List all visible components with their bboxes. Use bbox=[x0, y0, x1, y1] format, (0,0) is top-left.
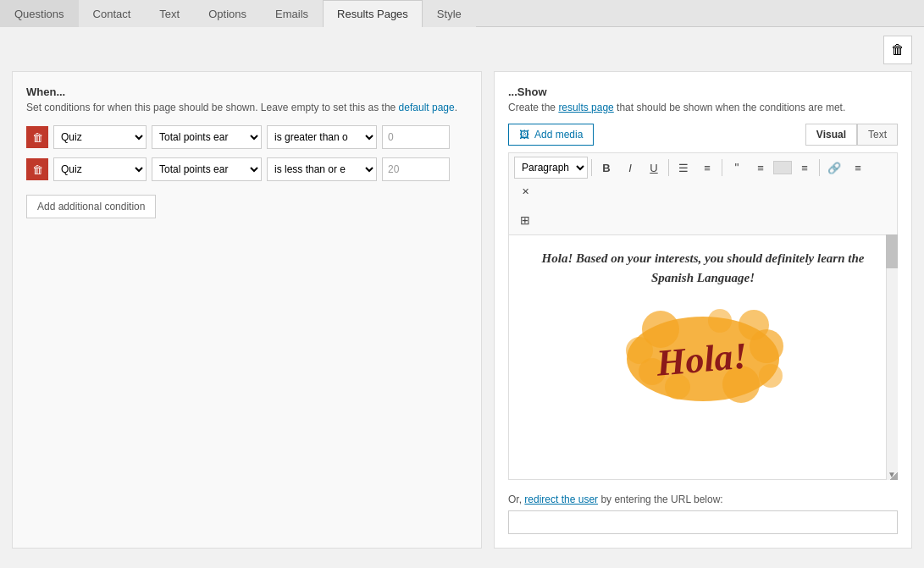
delete-page-button[interactable]: 🗑 bbox=[883, 36, 912, 64]
tab-questions[interactable]: Questions bbox=[0, 0, 79, 27]
results-page-link[interactable]: results page bbox=[558, 102, 613, 113]
default-page-link[interactable]: default page bbox=[399, 102, 455, 113]
ordered-list-button[interactable]: ≡ bbox=[696, 157, 718, 179]
redirect-link[interactable]: redirect the user bbox=[524, 494, 598, 505]
condition-row-2: 🗑 Quiz Total points ear is greater than … bbox=[26, 157, 468, 181]
tab-contact[interactable]: Contact bbox=[79, 0, 146, 27]
when-panel: When... Set conditions for when this pag… bbox=[12, 71, 482, 549]
svg-point-8 bbox=[626, 337, 653, 364]
editor-area[interactable]: Hola! Based on your interests, you shoul… bbox=[508, 234, 898, 480]
fullscreen-button[interactable]: ✕ bbox=[514, 180, 536, 202]
svg-point-7 bbox=[708, 309, 732, 333]
condition-2-value-input[interactable] bbox=[382, 157, 450, 181]
redirect-label: Or, redirect the user by entering the UR… bbox=[508, 494, 898, 505]
condition-2-field-select[interactable]: Total points ear bbox=[152, 157, 262, 181]
add-media-button[interactable]: 🖼 Add media bbox=[508, 124, 594, 146]
color-picker[interactable] bbox=[773, 161, 792, 174]
delete-icon-2: 🗑 bbox=[32, 163, 43, 176]
media-visual-row: 🖼 Add media Visual Text bbox=[508, 124, 898, 146]
scrollbar-thumb[interactable] bbox=[886, 234, 898, 268]
editor-bold-italic-text: Hola! Based on your interests, you shoul… bbox=[523, 249, 883, 287]
condition-2-operator-select[interactable]: is greater than o is less than or e bbox=[267, 157, 377, 181]
hola-image: Hola! bbox=[523, 295, 883, 414]
tab-options[interactable]: Options bbox=[194, 0, 261, 27]
scrollbar-track[interactable]: ▼ bbox=[886, 234, 898, 480]
condition-1-operator-select[interactable]: is greater than o is less than or e bbox=[267, 125, 377, 149]
media-icon: 🖼 bbox=[519, 129, 529, 141]
panels-row: When... Set conditions for when this pag… bbox=[12, 71, 912, 549]
more-options-button[interactable]: ≡ bbox=[847, 157, 869, 179]
svg-text:Hola!: Hola! bbox=[654, 334, 749, 383]
blockquote-button[interactable]: " bbox=[726, 157, 748, 179]
delete-condition-1-button[interactable]: 🗑 bbox=[26, 126, 48, 148]
view-tabs: Visual Text bbox=[805, 124, 898, 146]
tab-visual[interactable]: Visual bbox=[805, 124, 857, 146]
toolbar-divider-4 bbox=[819, 159, 820, 176]
condition-1-type-select[interactable]: Quiz bbox=[53, 125, 147, 149]
condition-2-type-select[interactable]: Quiz bbox=[53, 157, 147, 181]
unordered-list-button[interactable]: ☰ bbox=[672, 157, 694, 179]
show-panel: ...Show Create the results page that sho… bbox=[494, 71, 912, 549]
condition-1-field-select[interactable]: Total points ear bbox=[152, 125, 262, 149]
underline-button[interactable]: U bbox=[643, 157, 665, 179]
redirect-section: Or, redirect the user by entering the UR… bbox=[508, 494, 898, 534]
align-center-button[interactable]: ≡ bbox=[750, 157, 772, 179]
when-title: When... bbox=[26, 85, 468, 98]
tab-text[interactable]: Text bbox=[145, 0, 194, 27]
align-right-button[interactable]: ≡ bbox=[794, 157, 816, 179]
table-button[interactable]: ⊞ bbox=[514, 209, 536, 231]
add-condition-button[interactable]: Add additional condition bbox=[26, 195, 156, 218]
hola-svg: Hola! bbox=[610, 295, 796, 414]
svg-point-3 bbox=[750, 329, 783, 363]
bold-button[interactable]: B bbox=[595, 157, 617, 179]
redirect-url-input[interactable] bbox=[508, 510, 898, 534]
paragraph-select[interactable]: Paragraph bbox=[514, 157, 588, 179]
trash-icon: 🗑 bbox=[891, 42, 905, 58]
editor-resize-handle[interactable] bbox=[889, 471, 898, 480]
tab-emails[interactable]: Emails bbox=[261, 0, 323, 27]
tab-results-pages[interactable]: Results Pages bbox=[323, 0, 423, 27]
toolbar-divider-1 bbox=[591, 159, 592, 176]
delete-condition-2-button[interactable]: 🗑 bbox=[26, 158, 48, 180]
link-button[interactable]: 🔗 bbox=[823, 157, 845, 179]
tab-text-view[interactable]: Text bbox=[857, 124, 898, 146]
condition-1-value-input[interactable] bbox=[382, 125, 450, 149]
toolbar-divider-2 bbox=[668, 159, 669, 176]
editor-toolbar-row2: ⊞ bbox=[508, 206, 898, 234]
editor-toolbar-row1: Paragraph B I U ☰ ≡ " ≡ ≡ 🔗 ≡ ✕ bbox=[508, 152, 898, 206]
main-content: 🗑 When... Set conditions for when this p… bbox=[0, 27, 924, 557]
add-media-label: Add media bbox=[534, 129, 583, 141]
show-title: ...Show bbox=[508, 85, 898, 98]
condition-row-1: 🗑 Quiz Total points ear is greater than … bbox=[26, 125, 468, 149]
tabs-bar: Questions Contact Text Options Emails Re… bbox=[0, 0, 924, 27]
when-desc: Set conditions for when this page should… bbox=[26, 102, 468, 113]
editor-wrapper: Hola! Based on your interests, you shoul… bbox=[508, 234, 898, 480]
editor-content: Hola! Based on your interests, you shoul… bbox=[523, 249, 883, 414]
svg-point-9 bbox=[759, 364, 783, 388]
delete-icon-1: 🗑 bbox=[32, 131, 43, 144]
italic-button[interactable]: I bbox=[619, 157, 641, 179]
top-controls: 🗑 bbox=[12, 36, 912, 64]
toolbar-divider-3 bbox=[722, 159, 722, 176]
tab-style[interactable]: Style bbox=[423, 0, 476, 27]
show-desc: Create the results page that should be s… bbox=[508, 102, 898, 113]
